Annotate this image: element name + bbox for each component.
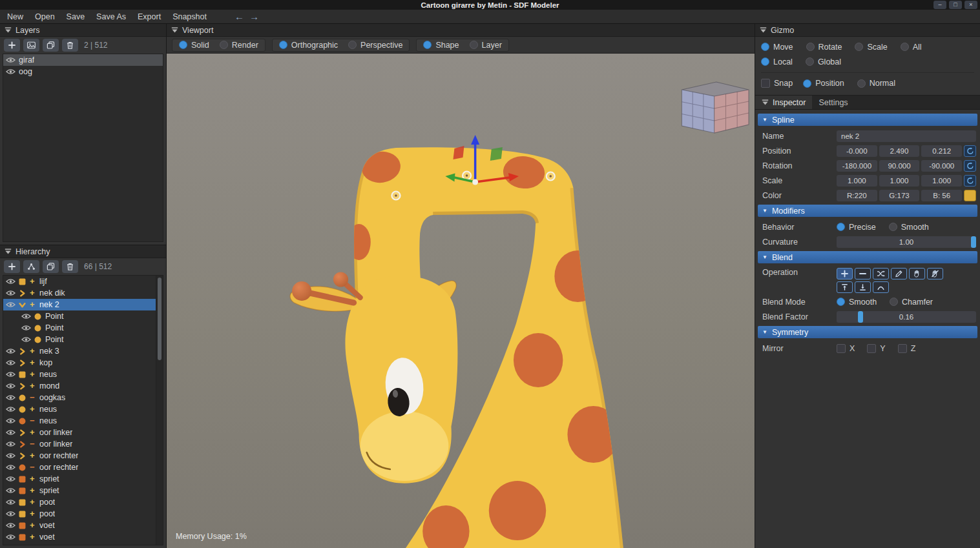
value-field[interactable] (837, 160, 877, 172)
duplicate-button[interactable] (43, 260, 59, 273)
grab-button[interactable] (909, 268, 925, 279)
option-precise[interactable]: Precise (837, 223, 876, 232)
grab-off-button[interactable] (927, 268, 943, 279)
eye-icon[interactable] (6, 360, 16, 366)
hierarchy-row[interactable]: Point (3, 310, 156, 322)
curvature-slider[interactable]: 1.00 (837, 236, 976, 248)
section-collapse-icon[interactable]: ▼ (762, 329, 767, 335)
intersect-button[interactable] (873, 268, 889, 279)
option-local[interactable]: Local (761, 57, 793, 66)
value-field[interactable] (837, 145, 877, 157)
option-global[interactable]: Global (806, 57, 841, 66)
hierarchy-row[interactable]: −oogkas (3, 392, 156, 403)
control-point[interactable] (391, 192, 400, 200)
option-all[interactable]: All (901, 43, 922, 52)
hierarchy-row[interactable]: −oor rechter (3, 462, 156, 473)
eye-icon[interactable] (6, 418, 16, 424)
panel-collapse-icon[interactable] (171, 27, 178, 33)
eye-icon[interactable] (6, 487, 16, 494)
value-field[interactable] (879, 145, 920, 157)
section-collapse-icon[interactable]: ▼ (762, 254, 767, 260)
hierarchy-row[interactable]: −neus (3, 415, 156, 427)
giraffe-ossicone-ball[interactable] (333, 272, 348, 287)
nav-cube-left-face[interactable] (682, 90, 714, 133)
maximize-button[interactable]: □ (949, 1, 962, 9)
chevron-right-icon[interactable] (19, 452, 26, 460)
hierarchy-row[interactable]: +kop (3, 357, 156, 369)
layer-row[interactable]: oog (3, 66, 163, 77)
section-header-spline[interactable]: ▼ Spline (758, 114, 977, 126)
option-normal[interactable]: Normal (857, 79, 895, 88)
delete-button[interactable] (62, 39, 78, 52)
option-chamfer[interactable]: Chamfer (890, 298, 933, 307)
hierarchy-row[interactable]: +lijf (3, 276, 156, 287)
value-field[interactable] (921, 190, 962, 201)
value-field[interactable] (837, 175, 877, 187)
checkbox[interactable] (837, 344, 846, 353)
hierarchy-row[interactable]: +voet (3, 520, 156, 531)
add-button[interactable] (837, 268, 853, 279)
gizmo-center[interactable] (472, 179, 478, 185)
hierarchy-row[interactable]: +neus (3, 369, 156, 380)
eye-icon[interactable] (6, 68, 16, 75)
spline-name-input[interactable] (837, 130, 976, 142)
reset-scale-button[interactable] (964, 175, 976, 187)
color-swatch[interactable] (964, 190, 976, 201)
viewport-scene[interactable]: Memory Usage: 1% (167, 54, 755, 548)
chevron-right-icon[interactable] (19, 383, 26, 390)
eye-icon[interactable] (6, 429, 16, 436)
option-perspective[interactable]: Perspective (348, 41, 402, 50)
hierarchy-panel-header[interactable]: Hierarchy (0, 245, 166, 258)
menu-item-new[interactable]: New (1, 12, 29, 21)
value-field[interactable] (921, 160, 962, 172)
eye-icon[interactable] (6, 499, 16, 505)
value-field[interactable] (921, 145, 962, 157)
section-collapse-icon[interactable]: ▼ (762, 117, 767, 123)
delete-button[interactable] (62, 260, 78, 273)
value-field[interactable] (879, 160, 920, 172)
option-orthographic[interactable]: Orthographic (279, 41, 338, 50)
layers-panel-header[interactable]: Layers (0, 24, 166, 37)
tab-inspector[interactable]: Inspector (755, 96, 812, 109)
section-header-symmetry[interactable]: ▼ Symmetry (758, 326, 977, 338)
add-button[interactable] (4, 39, 20, 52)
option-shape[interactable]: Shape (423, 41, 459, 50)
blend-factor-slider[interactable]: 0.16 (837, 311, 976, 323)
layer-row[interactable]: giraf (3, 54, 163, 66)
viewport-3d-view[interactable] (167, 54, 755, 548)
menu-item-snapshot[interactable]: Snapshot (167, 12, 213, 21)
eye-icon[interactable] (21, 313, 31, 320)
tab-settings[interactable]: Settings (812, 96, 854, 109)
add-button[interactable] (4, 260, 20, 273)
viewport-panel-header[interactable]: Viewport (167, 24, 755, 37)
panel-collapse-icon[interactable] (760, 27, 767, 33)
eye-icon[interactable] (6, 452, 16, 459)
section-header-blend[interactable]: ▼ Blend (758, 251, 977, 263)
mirror-axis-x[interactable]: X (837, 344, 855, 353)
chevron-down-icon[interactable] (19, 301, 26, 309)
image-button[interactable] (23, 39, 39, 52)
giraffe-ossicone-ball[interactable] (292, 281, 311, 301)
eye-icon[interactable] (21, 325, 31, 331)
eye-icon[interactable] (6, 476, 16, 482)
duplicate-button[interactable] (43, 39, 59, 52)
hierarchy-row[interactable]: −oor linker (3, 438, 156, 450)
eye-icon[interactable] (6, 301, 16, 308)
hierarchy-row[interactable]: +poot (3, 508, 156, 520)
smooth-join-button[interactable] (873, 281, 889, 293)
panel-collapse-icon[interactable] (5, 27, 12, 33)
close-button[interactable]: × (964, 1, 977, 9)
option-smooth[interactable]: Smooth (837, 298, 877, 307)
hierarchy-row[interactable]: Point (3, 322, 156, 334)
eye-icon[interactable] (21, 336, 31, 343)
section-header-modifiers[interactable]: ▼ Modifiers (758, 205, 977, 217)
reset-position-button[interactable] (964, 145, 976, 157)
value-field[interactable] (921, 175, 962, 187)
control-point[interactable] (547, 172, 555, 181)
eye-icon[interactable] (6, 394, 16, 401)
menu-item-open[interactable]: Open (29, 12, 61, 21)
hierarchy-row[interactable]: +voet (3, 531, 156, 543)
hierarchy-row[interactable]: +oor linker (3, 427, 156, 438)
mirror-axis-y[interactable]: Y (867, 344, 885, 353)
forward-icon[interactable]: → (249, 11, 259, 23)
